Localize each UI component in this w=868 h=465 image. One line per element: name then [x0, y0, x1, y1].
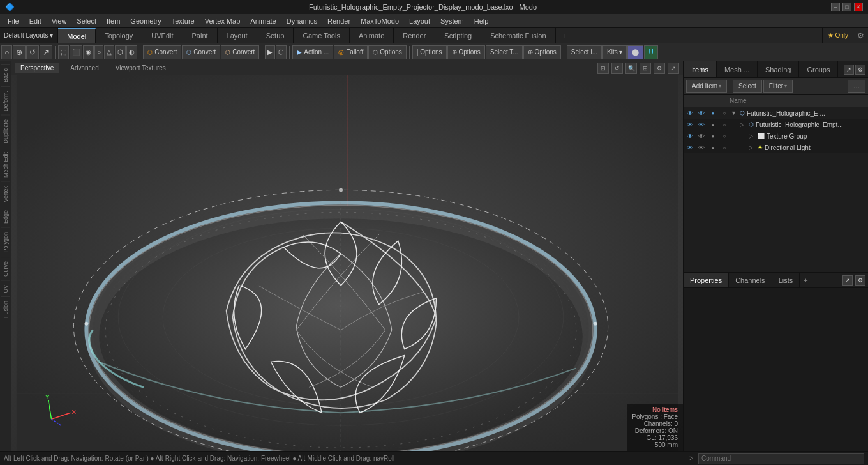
- render-icon-light[interactable]: 👁: [696, 142, 707, 153]
- sub-eye-light[interactable]: ●: [708, 142, 718, 153]
- vp-tab-textures[interactable]: Viewport Textures: [110, 63, 171, 73]
- toolbar-options1-btn[interactable]: ⬡ Options: [368, 45, 406, 59]
- vp-tab-perspective[interactable]: Perspective: [15, 63, 59, 73]
- sidebar-edge[interactable]: Edge: [1, 206, 10, 227]
- right-expand-icon[interactable]: ↗: [844, 65, 854, 75]
- sidebar-duplicate[interactable]: Duplicate: [1, 115, 10, 148]
- right-tab-items[interactable]: Items: [684, 61, 717, 77]
- menu-file[interactable]: File: [3, 16, 24, 26]
- props-tab-lists[interactable]: Lists: [772, 273, 800, 287]
- item-name-child1[interactable]: Futuristic_Holographic_Empt...: [756, 121, 843, 128]
- sidebar-mesh-edit[interactable]: Mesh Edit: [1, 148, 10, 181]
- maximize-button[interactable]: □: [842, 3, 851, 11]
- props-tab-channels[interactable]: Channels: [729, 273, 772, 287]
- toolbar-prim3-btn[interactable]: ◉: [83, 45, 94, 59]
- menu-layout[interactable]: Layout: [404, 16, 435, 26]
- menu-view[interactable]: View: [47, 16, 72, 26]
- toolbar-select-t-btn[interactable]: Select T...: [486, 45, 523, 59]
- minimize-button[interactable]: –: [831, 3, 840, 11]
- close-button[interactable]: ✕: [854, 3, 863, 11]
- vp-ctrl-expand[interactable]: ⊞: [640, 63, 651, 74]
- tree-expand-root[interactable]: ▼: [731, 110, 740, 116]
- item-name-light[interactable]: Directional Light: [765, 144, 811, 151]
- tab-game-tools[interactable]: Game Tools: [294, 28, 350, 43]
- sidebar-fusion[interactable]: Fusion: [1, 296, 10, 322]
- tab-scripting[interactable]: Scripting: [435, 28, 481, 43]
- star-only-button[interactable]: ★ Only: [823, 32, 853, 39]
- sub-eye2-root[interactable]: ○: [719, 108, 730, 118]
- more-button[interactable]: …: [848, 80, 865, 93]
- item-name-texture[interactable]: Texture Group: [767, 133, 807, 140]
- menu-animate[interactable]: Animate: [245, 16, 281, 26]
- select-button[interactable]: Select: [733, 80, 762, 93]
- item-row-light[interactable]: 👁 👁 ● ○ ▷ ☀ Directional Light: [684, 142, 868, 153]
- right-tab-mesh[interactable]: Mesh ...: [717, 61, 758, 77]
- sub-eye-texture[interactable]: ●: [708, 131, 718, 141]
- toolbar-rotate-btn[interactable]: ↺: [26, 45, 39, 59]
- tab-paint[interactable]: Paint: [183, 28, 218, 43]
- viewport-canvas[interactable]: X Y No Items Polygons : Face Channels: 0…: [11, 75, 683, 451]
- sub-eye-root[interactable]: ●: [708, 108, 718, 118]
- right-gear-icon[interactable]: ⚙: [855, 65, 865, 75]
- vp-ctrl-settings[interactable]: ⚙: [654, 63, 665, 74]
- sidebar-basic[interactable]: Basic: [1, 64, 10, 86]
- tab-model[interactable]: Model: [58, 28, 96, 43]
- render-icon-root[interactable]: 👁: [696, 108, 707, 118]
- sub-eye2-light[interactable]: ○: [719, 142, 730, 153]
- toolbar-plus-options-btn[interactable]: ⊕ Options: [447, 45, 485, 59]
- toolbar-prim1-btn[interactable]: ⬚: [58, 45, 69, 59]
- items-list[interactable]: 👁 👁 ● ○ ▼ ⬡ Futuristic_Holographic_E ...…: [684, 107, 868, 272]
- vp-ctrl-grid[interactable]: ⊡: [597, 63, 609, 74]
- menu-render[interactable]: Render: [322, 16, 355, 26]
- menu-select[interactable]: Select: [71, 16, 101, 26]
- tab-schematic-fusion[interactable]: Schematic Fusion: [481, 28, 555, 43]
- vp-tab-advanced[interactable]: Advanced: [65, 63, 103, 73]
- add-item-button[interactable]: Add Item ▾: [686, 80, 727, 93]
- props-gear-icon[interactable]: ⚙: [855, 275, 865, 286]
- tab-layout[interactable]: Layout: [218, 28, 257, 43]
- toolbar-u-btn[interactable]: U: [644, 45, 657, 59]
- toolbar-play-btn[interactable]: ▶: [265, 45, 275, 59]
- menu-system[interactable]: System: [435, 16, 469, 26]
- tab-setup[interactable]: Setup: [257, 28, 294, 43]
- toolbar-action-btn[interactable]: ▶ Action ...: [292, 45, 333, 59]
- toolbar-prim7-btn[interactable]: ◐: [126, 45, 137, 59]
- sidebar-polygon[interactable]: Polygon: [1, 227, 10, 257]
- tab-render[interactable]: Render: [394, 28, 435, 43]
- menu-item[interactable]: Item: [101, 16, 125, 26]
- menu-texture[interactable]: Texture: [167, 16, 200, 26]
- menu-edit[interactable]: Edit: [24, 16, 47, 26]
- toolbar-bar-options-btn[interactable]: | Options: [412, 45, 447, 59]
- props-tab-properties[interactable]: Properties: [684, 273, 729, 287]
- item-row-child1[interactable]: 👁 👁 ● ○ ▷ ⬡ Futuristic_Holographic_Empt.…: [684, 119, 868, 130]
- tree-icon-child1[interactable]: ▷: [740, 121, 749, 128]
- right-tab-shading[interactable]: Shading: [758, 61, 799, 77]
- eye-icon-light[interactable]: 👁: [685, 142, 695, 153]
- sub-eye2-child1[interactable]: ○: [719, 119, 730, 130]
- props-expand-icon[interactable]: ↗: [842, 275, 853, 286]
- toolbar-convert2-btn[interactable]: ⬡ Convert: [182, 45, 220, 59]
- render-icon-child1[interactable]: 👁: [696, 119, 707, 130]
- vp-ctrl-zoom[interactable]: 🔍: [625, 63, 637, 74]
- vp-ctrl-rotate[interactable]: ↺: [611, 63, 623, 74]
- toolbar-scale-btn[interactable]: ↗: [40, 45, 52, 59]
- item-row-texture[interactable]: 👁 👁 ● ○ ▷ ⬜ Texture Group: [684, 130, 868, 142]
- sub-eye-child1[interactable]: ●: [708, 119, 718, 130]
- render-icon-texture[interactable]: 👁: [696, 131, 707, 141]
- toolbar-prim5-btn[interactable]: △: [104, 45, 114, 59]
- eye-icon-texture[interactable]: 👁: [685, 131, 695, 141]
- tab-uvedit[interactable]: UVEdit: [142, 28, 183, 43]
- tree-icon-light[interactable]: ▷: [749, 144, 758, 151]
- toolbar-convert3-btn[interactable]: ⬡ Convert: [221, 45, 259, 59]
- props-tab-add[interactable]: +: [800, 273, 811, 287]
- menu-maxtomodo[interactable]: MaxToModo: [355, 16, 404, 26]
- toolbar-move-btn[interactable]: ⊕: [13, 45, 26, 59]
- tab-topology[interactable]: Topology: [96, 28, 142, 43]
- toolbar-select-i-btn[interactable]: Select i...: [567, 45, 602, 59]
- toolbar-prim6-btn[interactable]: ⬡: [115, 45, 126, 59]
- menu-dynamics[interactable]: Dynamics: [281, 16, 322, 26]
- toolbar-select-btn[interactable]: ○: [1, 45, 12, 59]
- toolbar-plus-options2-btn[interactable]: ⊕ Options: [523, 45, 561, 59]
- tab-animate[interactable]: Animate: [350, 28, 394, 43]
- right-tab-groups[interactable]: Groups: [799, 61, 838, 77]
